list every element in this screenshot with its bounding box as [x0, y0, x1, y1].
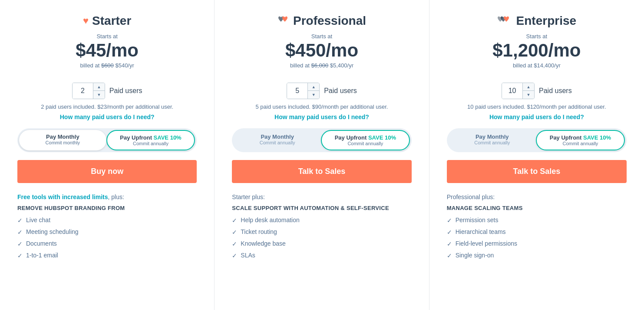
billing-note: billed at $6,000 $5,400/yr	[232, 62, 411, 69]
feature-text: Field-level permissions	[456, 240, 517, 247]
plan-icon	[497, 16, 513, 26]
feature-item: ✓ Permission sets	[447, 217, 627, 224]
check-icon: ✓	[447, 240, 452, 247]
billing-note: billed at $14,400/yr	[447, 62, 627, 69]
stepper-arrows: ▲ ▼	[523, 83, 534, 99]
check-icon: ✓	[447, 252, 452, 259]
feature-category: REMOVE HUBSPOT BRANDING FROM	[17, 205, 197, 211]
check-icon: ✓	[17, 217, 23, 224]
plus-label: Free tools with increased limits, plus:	[17, 193, 197, 200]
toggle-monthly-main: Pay Monthly	[46, 133, 79, 140]
plus-label-highlight: Free tools with increased limits	[17, 193, 108, 200]
plan-column-professional: Professional Starts at $450/mo billed at…	[215, 0, 429, 310]
feature-category: MANAGE SCALING TEAMS	[447, 205, 627, 211]
payment-toggle[interactable]: Pay Monthly Commit monthly Pay Upfront S…	[17, 128, 197, 152]
plan-price: $45/mo	[17, 40, 197, 60]
plan-name-row: ♥ Starter	[17, 14, 197, 28]
toggle-monthly[interactable]: Pay Monthly Commit annually	[449, 130, 536, 150]
billing-note: billed at $600 $540/yr	[17, 62, 197, 69]
plan-name-row: Enterprise	[447, 14, 627, 28]
plan-name: Professional	[293, 14, 366, 28]
stepper-wrap[interactable]: ▲ ▼	[502, 83, 535, 99]
cta-button[interactable]: Talk to Sales	[232, 160, 411, 183]
users-label: Paid users	[324, 87, 357, 95]
save-badge: SAVE 10%	[368, 134, 396, 141]
feature-item: ✓ Field-level permissions	[447, 240, 627, 247]
plan-price: $1,200/mo	[447, 40, 627, 60]
stepper-input[interactable]	[73, 83, 93, 99]
toggle-annual-sub: Commit annually	[541, 141, 620, 146]
users-label: Paid users	[109, 87, 142, 95]
feature-item: ✓ Live chat	[17, 217, 197, 224]
starts-at-label: Starts at	[17, 33, 197, 40]
users-label: Paid users	[539, 87, 572, 95]
plan-header: Enterprise Starts at $1,200/mo billed at…	[447, 14, 627, 76]
feature-text: Ticket routing	[241, 228, 277, 235]
plan-icon: ♥	[83, 15, 89, 27]
starts-at-label: Starts at	[232, 33, 411, 40]
toggle-annual[interactable]: Pay Upfront SAVE 10% Commit annually	[536, 130, 625, 150]
user-stepper-row: ▲ ▼ Paid users	[17, 83, 197, 99]
feature-text: Knowledge base	[241, 240, 286, 247]
plan-price: $450/mo	[232, 40, 411, 60]
toggle-annual-sub: Commit annually	[112, 141, 190, 146]
check-icon: ✓	[447, 229, 452, 236]
feature-list: ✓ Live chat ✓ Meeting scheduling ✓ Docum…	[17, 217, 197, 263]
stepper-input[interactable]	[502, 83, 523, 99]
users-note: 2 paid users included. $23/month per add…	[17, 103, 197, 110]
feature-item: ✓ Ticket routing	[232, 228, 411, 236]
stepper-down[interactable]: ▼	[93, 91, 105, 99]
feature-item: ✓ SLAs	[232, 252, 411, 259]
feature-item: ✓ Knowledge base	[232, 240, 411, 247]
toggle-monthly[interactable]: Pay Monthly Commit monthly	[19, 130, 106, 150]
feature-list: ✓ Help desk automation ✓ Ticket routing …	[232, 217, 411, 263]
stepper-up[interactable]: ▲	[308, 83, 319, 91]
feature-list: ✓ Permission sets ✓ Hierarchical teams ✓…	[447, 217, 627, 263]
toggle-monthly-sub: Commit annually	[238, 140, 317, 145]
feature-text: Meeting scheduling	[26, 228, 79, 235]
stepper-arrows: ▲ ▼	[93, 83, 105, 99]
toggle-monthly-sub: Commit monthly	[23, 140, 102, 145]
check-icon: ✓	[232, 240, 237, 247]
cta-button[interactable]: Buy now	[17, 160, 197, 183]
stepper-up[interactable]: ▲	[93, 83, 105, 91]
save-badge: SAVE 10%	[154, 134, 182, 141]
cta-button[interactable]: Talk to Sales	[447, 160, 627, 183]
plus-label: Professional plus:	[447, 193, 627, 200]
stepper-wrap[interactable]: ▲ ▼	[72, 83, 105, 99]
toggle-annual-main: Pay Upfront SAVE 10%	[120, 134, 181, 141]
feature-text: Documents	[26, 240, 57, 247]
toggle-monthly-main: Pay Monthly	[261, 133, 294, 140]
stepper-down[interactable]: ▼	[523, 91, 534, 99]
payment-toggle[interactable]: Pay Monthly Commit annually Pay Upfront …	[232, 128, 411, 152]
check-icon: ✓	[232, 229, 237, 236]
toggle-monthly-sub: Commit annually	[453, 140, 532, 145]
toggle-annual[interactable]: Pay Upfront SAVE 10% Commit annually	[106, 130, 195, 150]
check-icon: ✓	[17, 252, 23, 259]
user-stepper-row: ▲ ▼ Paid users	[447, 83, 627, 99]
users-note: 10 paid users included. $120/month per a…	[447, 103, 627, 110]
feature-item: ✓ Hierarchical teams	[447, 228, 627, 236]
stepper-up[interactable]: ▲	[523, 83, 534, 91]
stepper-down[interactable]: ▼	[308, 91, 319, 99]
pricing-grid: ♥ Starter Starts at $45/mo billed at $60…	[0, 0, 644, 310]
original-price: $600	[101, 62, 114, 69]
stepper-input[interactable]	[287, 83, 308, 99]
plan-icon	[277, 16, 290, 26]
toggle-monthly[interactable]: Pay Monthly Commit annually	[234, 130, 321, 150]
stepper-wrap[interactable]: ▲ ▼	[287, 83, 320, 99]
feature-text: SLAs	[241, 252, 255, 259]
check-icon: ✓	[232, 217, 237, 224]
feature-text: Help desk automation	[241, 217, 299, 223]
toggle-annual[interactable]: Pay Upfront SAVE 10% Commit annually	[321, 130, 410, 150]
how-many-paid-users-link[interactable]: How many paid users do I need?	[17, 113, 197, 120]
save-badge: SAVE 10%	[583, 134, 611, 141]
user-stepper-row: ▲ ▼ Paid users	[232, 83, 411, 99]
toggle-annual-sub: Commit annually	[326, 141, 405, 146]
users-note: 5 paid users included. $90/month per add…	[232, 103, 411, 110]
how-many-paid-users-link[interactable]: How many paid users do I need?	[232, 113, 411, 120]
how-many-paid-users-link[interactable]: How many paid users do I need?	[447, 113, 627, 120]
plan-header: Professional Starts at $450/mo billed at…	[232, 14, 411, 76]
feature-text: 1-to-1 email	[26, 252, 58, 259]
payment-toggle[interactable]: Pay Monthly Commit annually Pay Upfront …	[447, 128, 627, 152]
